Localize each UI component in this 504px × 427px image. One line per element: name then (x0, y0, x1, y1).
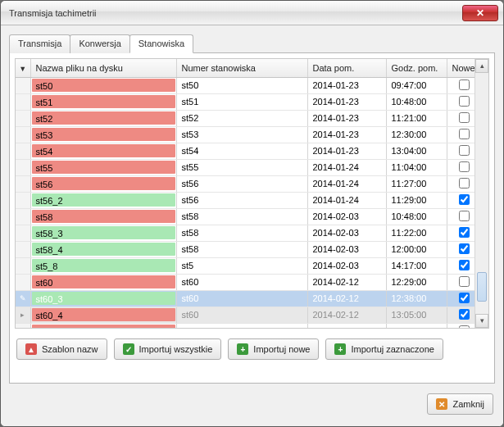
table-row[interactable]: st50st502014-01-2309:47:00 (16, 77, 474, 93)
import-new-button[interactable]: + Importuj nowe (228, 338, 319, 360)
new-checkbox[interactable] (459, 129, 470, 139)
scroll-thumb[interactable] (477, 272, 487, 302)
cell-new[interactable] (447, 192, 474, 208)
cell-name[interactable]: st60_4 (30, 307, 176, 323)
cell-date: 2014-01-24 (307, 159, 386, 175)
table-row[interactable]: st58_3st582014-02-0311:22:00 (16, 225, 474, 241)
table-row[interactable]: st54st542014-01-2313:04:00 (16, 143, 474, 159)
cell-name[interactable]: st58_4 (30, 241, 176, 257)
cell-time: 11:27:00 (386, 175, 447, 192)
cell-new[interactable] (447, 143, 474, 159)
new-checkbox[interactable] (459, 211, 470, 221)
table-row[interactable]: st5_8st52014-02-0314:17:00 (16, 257, 474, 274)
cell-name[interactable]: st61 (30, 323, 176, 328)
table-row[interactable]: st61st612014-02-1213:52:00 (16, 323, 474, 328)
new-checkbox[interactable] (459, 145, 470, 156)
table-row[interactable]: st53st532014-01-2312:30:00 (16, 126, 474, 143)
new-checkbox[interactable] (459, 161, 470, 172)
table-row[interactable]: st56st562014-01-2411:27:00 (16, 175, 474, 192)
new-checkbox[interactable] (459, 227, 470, 238)
cell-name[interactable]: st54 (30, 143, 176, 159)
new-checkbox[interactable] (459, 260, 470, 270)
scroll-down-button[interactable]: ▾ (475, 314, 488, 328)
cell-name[interactable]: st5_8 (30, 257, 176, 274)
new-checkbox[interactable] (459, 79, 470, 90)
cell-name[interactable]: st60_3 (30, 290, 176, 307)
import-selected-button[interactable]: + Importuj zaznaczone (325, 338, 443, 360)
col-name[interactable]: Nazwa pliku na dysku (30, 59, 176, 77)
tab-konwersja[interactable]: Konwersja (70, 34, 129, 53)
tab-transmisja[interactable]: Transmisja (9, 34, 70, 53)
cell-name[interactable]: st56_2 (30, 192, 176, 208)
table-row[interactable]: st60st602014-02-1212:29:00 (16, 274, 474, 290)
new-checkbox[interactable] (459, 325, 470, 329)
cell-name[interactable]: st51 (30, 93, 176, 110)
cell-name[interactable]: st60 (30, 274, 176, 290)
table-row[interactable]: st52st522014-01-2311:21:00 (16, 110, 474, 126)
table-row[interactable]: st56_2st562014-01-2411:29:00 (16, 192, 474, 208)
cell-new[interactable] (447, 93, 474, 110)
name-chip: st60 (32, 275, 175, 288)
cell-new[interactable] (447, 159, 474, 175)
import-all-button[interactable]: ✓ Importuj wszystkie (114, 338, 222, 360)
vertical-scrollbar[interactable]: ▴ ▾ (474, 59, 488, 328)
table-row[interactable]: st55st552014-01-2411:04:00 (16, 159, 474, 175)
new-checkbox[interactable] (459, 96, 470, 107)
close-button[interactable]: ✕ Zamknij (427, 393, 493, 415)
cell-date: 2014-02-03 (307, 225, 386, 241)
window-close-button[interactable]: ✕ (462, 5, 498, 21)
tab-stanowiska[interactable]: Stanowiska (129, 34, 193, 53)
titlebar[interactable]: Transmisja tachimetrii ✕ (1, 1, 503, 25)
cell-new[interactable] (447, 126, 474, 143)
cell-new[interactable] (447, 208, 474, 225)
new-checkbox[interactable] (459, 276, 470, 287)
new-checkbox[interactable] (459, 293, 470, 303)
new-checkbox[interactable] (459, 112, 470, 123)
row-indicator (16, 175, 30, 192)
cell-date: 2014-02-12 (307, 274, 386, 290)
cell-new[interactable] (447, 290, 474, 307)
col-time[interactable]: Godz. pom. (386, 59, 447, 77)
cell-new[interactable] (447, 110, 474, 126)
row-indicator (16, 323, 30, 328)
table-row[interactable]: st58_4st582014-02-0312:00:00 (16, 241, 474, 257)
new-checkbox[interactable] (459, 194, 470, 205)
cell-name[interactable]: st56 (30, 175, 176, 192)
cell-num: st53 (176, 126, 307, 143)
cell-new[interactable] (447, 274, 474, 290)
cell-new[interactable] (447, 307, 474, 323)
cell-new[interactable] (447, 323, 474, 328)
table-row[interactable]: st58st582014-02-0310:48:00 (16, 208, 474, 225)
cell-num: st56 (176, 192, 307, 208)
cell-date: 2014-01-23 (307, 77, 386, 93)
cell-name[interactable]: st55 (30, 159, 176, 175)
cell-name[interactable]: st58 (30, 208, 176, 225)
col-new[interactable]: Nowe (447, 59, 474, 77)
cell-date: 2014-01-23 (307, 110, 386, 126)
scroll-up-button[interactable]: ▴ (475, 59, 488, 73)
table-row[interactable]: st51st512014-01-2310:48:00 (16, 93, 474, 110)
new-checkbox[interactable] (459, 309, 470, 320)
table-row[interactable]: ✎st60_3st602014-02-1212:38:00 (16, 290, 474, 307)
cell-new[interactable] (447, 77, 474, 93)
table-row[interactable]: ▸st60_4st602014-02-1213:05:00 (16, 307, 474, 323)
dialog-window: Transmisja tachimetrii ✕ Transmisja Konw… (0, 0, 504, 427)
grid[interactable]: ▼ Nazwa pliku na dysku Numer stanowiska … (16, 59, 474, 328)
cell-new[interactable] (447, 241, 474, 257)
col-date[interactable]: Data pom. (307, 59, 386, 77)
cell-name[interactable]: st53 (30, 126, 176, 143)
row-indicator (16, 208, 30, 225)
cell-name[interactable]: st50 (30, 77, 176, 93)
cell-new[interactable] (447, 225, 474, 241)
cell-new[interactable] (447, 175, 474, 192)
col-num[interactable]: Numer stanowiska (176, 59, 307, 77)
new-checkbox[interactable] (459, 178, 470, 189)
cell-new[interactable] (447, 257, 474, 274)
new-checkbox[interactable] (459, 243, 470, 254)
col-expand[interactable]: ▼ (16, 59, 30, 77)
szablon-button[interactable]: ▲ Szablon nazw (16, 338, 107, 360)
cell-name[interactable]: st58_3 (30, 225, 176, 241)
cell-name[interactable]: st52 (30, 110, 176, 126)
cell-num: st55 (176, 159, 307, 175)
check-icon: ✓ (123, 343, 134, 355)
